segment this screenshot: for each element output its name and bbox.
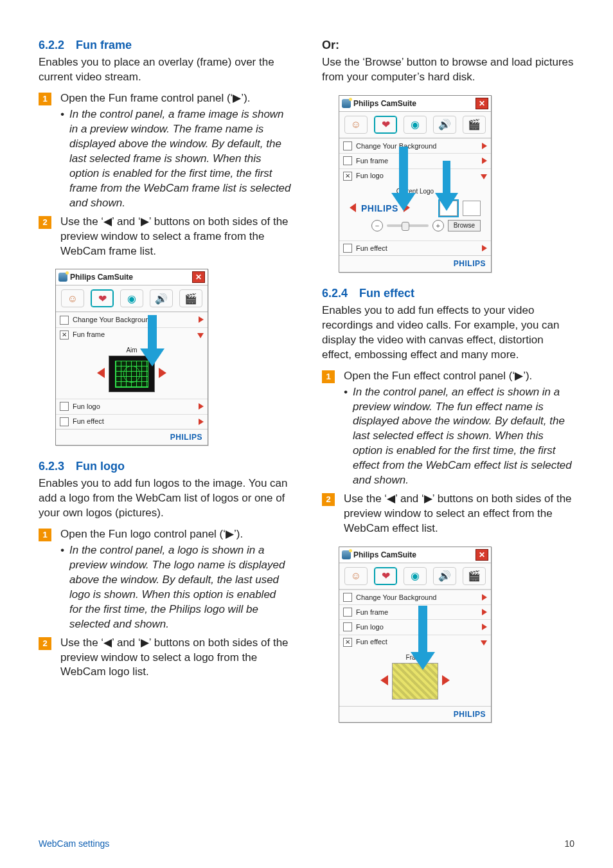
chevron-right-icon[interactable]: [482, 243, 487, 253]
panel-tabs: ☺ ❤ ◉ 🔊 🎬: [56, 285, 208, 312]
checkbox[interactable]: [343, 608, 352, 617]
checkbox-checked[interactable]: [60, 330, 69, 339]
panel-title: Philips CamSuite: [342, 550, 416, 560]
row-fun-logo[interactable]: Fun logo: [56, 399, 208, 413]
checkbox-checked[interactable]: [343, 172, 352, 181]
close-icon[interactable]: ✕: [475, 98, 488, 109]
tab-audio-icon[interactable]: 🔊: [433, 116, 456, 134]
preview-title: Aim: [61, 346, 202, 355]
row-fun-frame[interactable]: Fun frame: [339, 153, 491, 168]
chevron-right-icon[interactable]: [199, 401, 204, 411]
step-badge-2: 2: [322, 493, 335, 506]
chevron-right-icon[interactable]: [199, 417, 204, 427]
panel-tabs: ☺ ❤ ◉ 🔊 🎬: [339, 563, 491, 590]
brand-label: PHILIPS: [170, 433, 202, 442]
effect-preview: [392, 663, 438, 700]
funeffect-expand: Frame: [339, 649, 491, 707]
heading-624: 6.2.4 Fun effect: [322, 285, 574, 301]
chevron-right-icon[interactable]: [199, 314, 204, 325]
funframe-expand: Aim: [56, 342, 208, 399]
row-fun-effect[interactable]: Fun effect: [339, 240, 491, 255]
row-fun-effect[interactable]: Fun effect: [56, 414, 208, 429]
checkbox[interactable]: [60, 417, 69, 426]
plus-icon[interactable]: +: [432, 220, 444, 231]
funlogo-expand: Current Logo PHILIPS − + Browse: [339, 183, 491, 241]
logo-preview: PHILIPS: [361, 203, 398, 215]
tab-image-icon[interactable]: ◉: [120, 289, 143, 307]
tab-fun-icon[interactable]: ❤: [374, 116, 397, 134]
preview-title: Frame: [344, 653, 486, 662]
row-change-bg[interactable]: Change Your Background: [56, 312, 208, 327]
brand-label: PHILIPS: [454, 710, 486, 719]
step-624-2: 2 Use the ‘◀’ and ‘▶’ buttons on both si…: [322, 492, 574, 536]
panel-title: Philips CamSuite: [58, 272, 133, 282]
tab-audio-icon[interactable]: 🔊: [150, 289, 173, 307]
next-logo-icon[interactable]: [404, 203, 410, 214]
chevron-down-icon[interactable]: [481, 637, 487, 647]
chevron-right-icon[interactable]: [482, 141, 487, 151]
checkbox[interactable]: [343, 141, 352, 150]
panel-tabs: ☺ ❤ ◉ 🔊 🎬: [339, 112, 491, 138]
checkbox[interactable]: [343, 244, 352, 253]
minus-icon[interactable]: −: [371, 220, 383, 231]
close-icon[interactable]: ✕: [475, 549, 488, 561]
tab-fun-icon[interactable]: ❤: [91, 289, 114, 307]
row-fun-logo[interactable]: Fun logo: [339, 168, 491, 183]
prev-logo-icon[interactable]: [350, 203, 356, 214]
heading-622: 6.2.2 Fun frame: [39, 37, 291, 53]
camsuite-panel-funlogo: Philips CamSuite ✕ ☺ ❤ ◉ 🔊 🎬 Change Your…: [339, 95, 492, 272]
tab-clapper-icon[interactable]: 🎬: [179, 289, 202, 307]
tab-face-icon[interactable]: ☺: [61, 289, 84, 307]
camsuite-panel-funframe: Philips CamSuite ✕ ☺ ❤ ◉ 🔊 🎬 Change Your…: [55, 269, 208, 445]
row-fun-frame[interactable]: Fun frame: [56, 327, 208, 342]
step-badge-1: 1: [322, 370, 335, 383]
position-thumb[interactable]: [463, 201, 481, 216]
chevron-right-icon[interactable]: [482, 592, 487, 602]
step-badge-2: 2: [39, 216, 51, 229]
close-icon[interactable]: ✕: [192, 271, 205, 283]
checkbox[interactable]: [343, 156, 352, 165]
step-text: Open the Fun frame control panel (‘▶’).: [60, 92, 251, 104]
step-bullet: In the control panel, a frame image is s…: [60, 107, 291, 211]
chevron-right-icon[interactable]: [482, 607, 487, 617]
row-change-bg[interactable]: Change Your Background: [339, 590, 491, 604]
tab-audio-icon[interactable]: 🔊: [433, 567, 456, 585]
checkbox[interactable]: [60, 316, 69, 325]
row-change-bg[interactable]: Change Your Background: [339, 138, 491, 153]
tab-face-icon[interactable]: ☺: [344, 567, 368, 585]
next-effect-icon[interactable]: [442, 675, 450, 687]
step-bullet: In the control panel, an effect is shown…: [344, 385, 574, 489]
chevron-right-icon[interactable]: [482, 622, 487, 632]
tab-face-icon[interactable]: ☺: [344, 116, 368, 134]
panel-title: Philips CamSuite: [342, 98, 416, 109]
tab-clapper-icon[interactable]: 🎬: [463, 567, 486, 585]
step-623-1: 1 Open the Fun logo control panel (‘▶’).…: [39, 527, 291, 632]
checkbox-checked[interactable]: [343, 638, 352, 647]
frame-preview: [109, 356, 155, 392]
tab-image-icon[interactable]: ◉: [404, 116, 427, 134]
camsuite-panel-funeffect: Philips CamSuite ✕ ☺ ❤ ◉ 🔊 🎬 Change Your…: [339, 547, 492, 723]
prev-frame-icon[interactable]: [97, 368, 105, 380]
preview-title: Current Logo: [344, 187, 486, 196]
footer-section: WebCam settings: [39, 838, 109, 850]
checkbox[interactable]: [60, 402, 69, 411]
row-fun-logo[interactable]: Fun logo: [339, 619, 491, 634]
position-thumb[interactable]: [440, 201, 458, 216]
checkbox[interactable]: [343, 622, 352, 631]
prev-effect-icon[interactable]: [380, 675, 388, 687]
size-slider[interactable]: [387, 224, 429, 227]
step-622-2: 2 Use the ‘◀’ and ‘▶’ buttons on both si…: [39, 215, 291, 259]
checkbox[interactable]: [343, 593, 352, 602]
heading-623: 6.2.3 Fun logo: [39, 458, 291, 474]
tab-image-icon[interactable]: ◉: [404, 567, 427, 585]
browse-button[interactable]: Browse: [448, 220, 481, 231]
tab-clapper-icon[interactable]: 🎬: [463, 116, 486, 134]
chevron-down-icon[interactable]: [197, 330, 204, 340]
next-frame-icon[interactable]: [159, 368, 166, 380]
tab-fun-icon[interactable]: ❤: [374, 567, 397, 585]
row-fun-effect[interactable]: Fun effect: [339, 635, 491, 649]
page-number: 10: [564, 838, 574, 850]
chevron-down-icon[interactable]: [481, 171, 487, 181]
chevron-right-icon[interactable]: [482, 156, 487, 166]
row-fun-frame[interactable]: Fun frame: [339, 604, 491, 619]
